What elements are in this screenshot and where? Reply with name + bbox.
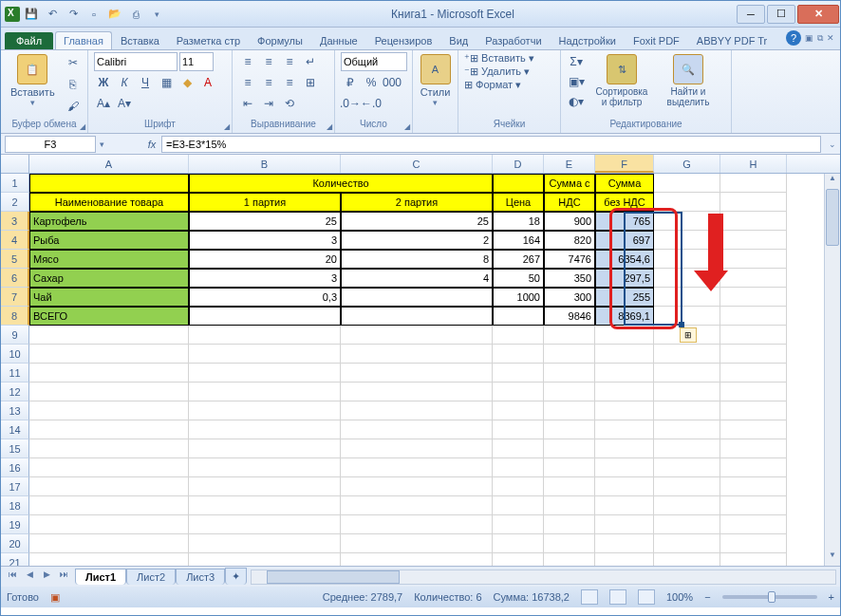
currency-icon[interactable]: ₽: [341, 73, 360, 92]
cell-B7[interactable]: 0,3: [189, 288, 341, 307]
cell-G4[interactable]: [654, 231, 720, 250]
cell-B10[interactable]: [189, 345, 341, 364]
name-box[interactable]: [5, 136, 96, 153]
qat-customize-icon[interactable]: ▾: [147, 5, 166, 24]
macro-record-icon[interactable]: ▣: [50, 591, 60, 604]
cell-E7[interactable]: 300: [544, 288, 595, 307]
insert-cells-button[interactable]: ⁺⊞ Вставить ▾: [464, 52, 534, 65]
cell-C6[interactable]: 4: [341, 269, 493, 288]
cell-H10[interactable]: [720, 345, 787, 364]
find-select-button[interactable]: 🔍 Найти и выделить: [658, 52, 719, 109]
cell-A16[interactable]: [29, 458, 189, 477]
qat-new-icon[interactable]: ▫: [84, 5, 103, 24]
row-header-4[interactable]: 4: [1, 231, 29, 250]
cell-A15[interactable]: [29, 439, 189, 458]
cut-icon[interactable]: ✂: [63, 52, 84, 73]
name-box-dropdown-icon[interactable]: ▾: [100, 140, 104, 149]
cell-G13[interactable]: [654, 401, 720, 420]
view-layout-icon[interactable]: [609, 589, 626, 605]
underline-button[interactable]: Ч: [136, 73, 155, 92]
cell-A21[interactable]: [29, 553, 189, 566]
cell-C3[interactable]: 25: [341, 212, 493, 231]
workbook-restore-icon[interactable]: ⧉: [817, 33, 823, 44]
cell-H4[interactable]: [720, 231, 787, 250]
row-header-20[interactable]: 20: [1, 534, 29, 553]
cell-A11[interactable]: [29, 364, 189, 383]
percent-icon[interactable]: %: [362, 73, 381, 92]
cell-D8[interactable]: [493, 307, 544, 326]
border-button[interactable]: ▦: [157, 73, 176, 92]
cell-C8[interactable]: [341, 307, 493, 326]
cell-F6[interactable]: 297,5: [595, 269, 654, 288]
cell-G17[interactable]: [654, 477, 720, 496]
cell-D12[interactable]: [493, 383, 544, 401]
cell-E14[interactable]: [544, 420, 595, 439]
cell-F4[interactable]: 697: [595, 231, 654, 250]
cell-D15[interactable]: [493, 439, 544, 458]
cell-D17[interactable]: [493, 477, 544, 496]
cell-D10[interactable]: [493, 345, 544, 364]
cell-G6[interactable]: [654, 269, 720, 288]
cell-E11[interactable]: [544, 364, 595, 383]
align-mid-icon[interactable]: ≡: [259, 52, 278, 71]
cell-E4[interactable]: 820: [544, 231, 595, 250]
cell-B2[interactable]: 1 партия: [189, 193, 341, 212]
cell-F19[interactable]: [595, 515, 654, 534]
sheet-next-icon[interactable]: ▶: [39, 569, 54, 585]
cell-H17[interactable]: [720, 477, 787, 496]
cell-G15[interactable]: [654, 439, 720, 458]
cell-E21[interactable]: [544, 553, 595, 566]
sheet-prev-icon[interactable]: ◀: [22, 569, 37, 585]
row-header-21[interactable]: 21: [1, 553, 29, 566]
cell-H9[interactable]: [720, 326, 787, 345]
row-header-14[interactable]: 14: [1, 420, 29, 439]
cell-F14[interactable]: [595, 420, 654, 439]
cell-A12[interactable]: [29, 383, 189, 401]
cell-F8[interactable]: 8369,1: [595, 307, 654, 326]
cell-H14[interactable]: [720, 420, 787, 439]
cell-B4[interactable]: 3: [189, 231, 341, 250]
cell-D6[interactable]: 50: [493, 269, 544, 288]
align-left-icon[interactable]: ≡: [238, 73, 257, 92]
cell-D3[interactable]: 18: [493, 212, 544, 231]
cell-F17[interactable]: [595, 477, 654, 496]
cell-F2[interactable]: без НДС: [595, 193, 654, 212]
cell-B9[interactable]: [189, 326, 341, 345]
sheet-tab-3[interactable]: Лист3: [176, 569, 225, 585]
format-painter-icon[interactable]: 🖌: [63, 96, 84, 117]
cell-C7[interactable]: [341, 288, 493, 307]
cell-D7[interactable]: 1000: [493, 288, 544, 307]
cell-G1[interactable]: [654, 174, 720, 193]
cell-H15[interactable]: [720, 439, 787, 458]
clipboard-launcher-icon[interactable]: ◢: [80, 122, 85, 131]
cell-D1[interactable]: [493, 174, 544, 193]
cell-E10[interactable]: [544, 345, 595, 364]
cell-F11[interactable]: [595, 364, 654, 383]
qat-print-icon[interactable]: ⎙: [126, 5, 145, 24]
cell-A2[interactable]: Наименование товара: [29, 193, 189, 212]
cell-F18[interactable]: [595, 496, 654, 515]
scroll-thumb[interactable]: [826, 189, 839, 246]
sheet-last-icon[interactable]: ⏭: [56, 569, 71, 585]
cell-C4[interactable]: 2: [341, 231, 493, 250]
cell-D13[interactable]: [493, 401, 544, 420]
row-header-9[interactable]: 9: [1, 326, 29, 345]
cell-A8[interactable]: ВСЕГО: [29, 307, 189, 326]
cell-E3[interactable]: 900: [544, 212, 595, 231]
font-name-select[interactable]: [94, 52, 178, 71]
cell-B3[interactable]: 25: [189, 212, 341, 231]
row-header-15[interactable]: 15: [1, 439, 29, 458]
delete-cells-button[interactable]: ⁻⊞ Удалить ▾: [464, 65, 530, 78]
align-center-icon[interactable]: ≡: [259, 73, 278, 92]
cell-G10[interactable]: [654, 345, 720, 364]
cell-F20[interactable]: [595, 534, 654, 553]
cell-B1C1[interactable]: Количество: [189, 174, 493, 193]
cell-E13[interactable]: [544, 401, 595, 420]
col-header-H[interactable]: H: [720, 155, 787, 173]
comma-icon[interactable]: 000: [383, 73, 402, 92]
row-header-13[interactable]: 13: [1, 401, 29, 420]
cell-E12[interactable]: [544, 383, 595, 401]
row-header-2[interactable]: 2: [1, 193, 29, 212]
cell-C21[interactable]: [341, 553, 493, 566]
cell-H2[interactable]: [720, 193, 787, 212]
